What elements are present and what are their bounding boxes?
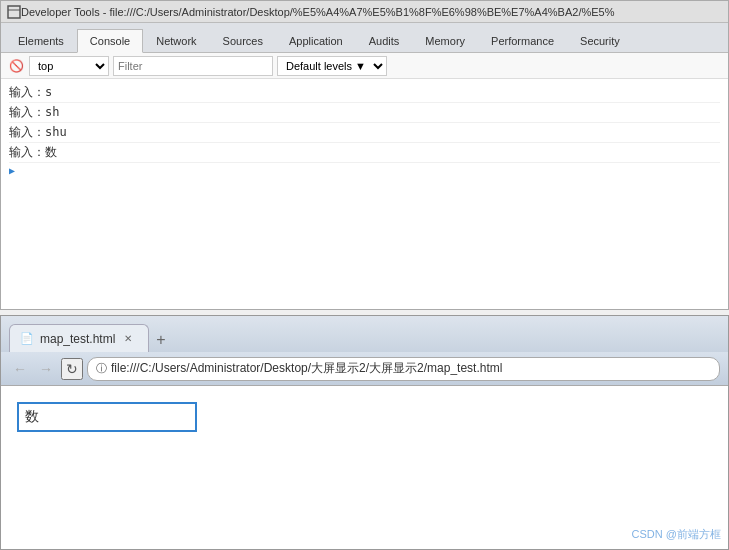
address-bar-container: ⓘ: [87, 357, 720, 381]
forward-button[interactable]: →: [35, 358, 57, 380]
console-line: 输入：shu: [9, 123, 720, 143]
tab-audits[interactable]: Audits: [356, 28, 413, 52]
tab-application[interactable]: Application: [276, 28, 356, 52]
page-search-input[interactable]: [17, 402, 197, 432]
tab-elements[interactable]: Elements: [5, 28, 77, 52]
tab-console[interactable]: Console: [77, 29, 143, 53]
devtools-title: Developer Tools - file:///C:/Users/Admin…: [21, 6, 722, 18]
tab-memory[interactable]: Memory: [412, 28, 478, 52]
svg-rect-0: [8, 6, 20, 18]
browser-tab[interactable]: 📄 map_test.html ✕: [9, 324, 149, 352]
filter-input[interactable]: [113, 56, 273, 76]
browser-titlebar: 📄 map_test.html ✕ +: [1, 316, 728, 352]
devtools-titlebar: Developer Tools - file:///C:/Users/Admin…: [1, 1, 728, 23]
console-line: 输入：sh: [9, 103, 720, 123]
browser-window: 📄 map_test.html ✕ + ← → ↻ ⓘ CSDN @前端方框: [0, 315, 729, 550]
console-cursor-line: ▶: [9, 163, 720, 178]
lock-icon: ⓘ: [96, 361, 107, 376]
console-toolbar: 🚫 top Default levels ▼: [1, 53, 728, 79]
browser-navbar: ← → ↻ ⓘ: [1, 352, 728, 386]
levels-selector[interactable]: Default levels ▼: [277, 56, 387, 76]
tab-network[interactable]: Network: [143, 28, 209, 52]
devtools-icon: [7, 5, 21, 19]
address-bar[interactable]: [111, 362, 711, 376]
console-output: 输入：s 输入：sh 输入：shu 输入：数 ▶: [1, 79, 728, 309]
devtools-window: Developer Tools - file:///C:/Users/Admin…: [0, 0, 729, 310]
context-selector[interactable]: top: [29, 56, 109, 76]
new-tab-button[interactable]: +: [149, 328, 173, 352]
tab-security[interactable]: Security: [567, 28, 633, 52]
console-line: 输入：s: [9, 83, 720, 103]
refresh-button[interactable]: ↻: [61, 358, 83, 380]
tab-title-label: map_test.html: [40, 332, 115, 346]
console-cursor-icon: ▶: [9, 165, 15, 176]
tab-close-button[interactable]: ✕: [121, 332, 135, 346]
browser-content: [1, 386, 728, 549]
tab-favicon-icon: 📄: [20, 332, 34, 345]
tab-sources[interactable]: Sources: [210, 28, 276, 52]
watermark-label: CSDN @前端方框: [632, 527, 721, 542]
devtools-tab-bar: Elements Console Network Sources Applica…: [1, 23, 728, 53]
clear-console-button[interactable]: 🚫: [7, 57, 25, 75]
console-line: 输入：数: [9, 143, 720, 163]
back-button[interactable]: ←: [9, 358, 31, 380]
tab-performance[interactable]: Performance: [478, 28, 567, 52]
